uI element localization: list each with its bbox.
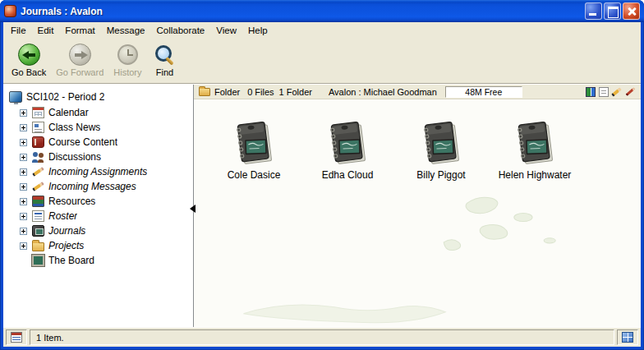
status-message-pane: 1 Item. <box>30 329 614 345</box>
pen-message-icon <box>32 181 44 192</box>
journal-name: Edha Cloud <box>322 169 374 181</box>
expand-icon[interactable] <box>20 168 27 176</box>
files-count: 0 Files <box>247 87 274 97</box>
red-pen-icon[interactable] <box>625 87 635 97</box>
history-icon-wrap <box>117 42 138 67</box>
go-back-button[interactable]: Go Back <box>8 41 49 78</box>
projects-folder-icon <box>32 242 44 251</box>
forward-icon-wrap <box>69 42 91 67</box>
expand-icon[interactable] <box>20 154 27 161</box>
journal-item[interactable]: Cole Dasice <box>210 119 297 181</box>
tree-item-resources[interactable]: Resources <box>3 194 193 209</box>
menu-message[interactable]: Message <box>101 24 151 37</box>
tree-item-incoming-assignments[interactable]: Incoming Assignments <box>3 164 193 179</box>
tree-item-discussions[interactable]: Discussions <box>3 150 193 164</box>
expand-icon[interactable] <box>20 124 27 131</box>
history-button: History <box>110 41 145 78</box>
main-split: SCI102 - Period 2 Calendar Class News <box>3 84 641 327</box>
roster-list-icon <box>32 210 44 222</box>
document-icon[interactable] <box>599 87 609 97</box>
journal-name: Cole Dasice <box>228 169 281 181</box>
people-chat-icon <box>32 151 44 163</box>
expand-icon[interactable] <box>20 109 27 117</box>
back-label: Go Back <box>12 67 46 77</box>
status-window-icon[interactable] <box>622 332 633 343</box>
menu-format[interactable]: Format <box>59 24 100 37</box>
tree-item-roster[interactable]: Roster <box>3 209 193 223</box>
tree-item-label: Discussions <box>48 151 101 163</box>
window-title: Journals : Avalon <box>21 6 103 17</box>
app-icon <box>4 5 16 17</box>
red-book-icon <box>32 136 44 148</box>
expand-icon[interactable] <box>20 183 27 191</box>
back-icon <box>18 44 40 66</box>
menu-view[interactable]: View <box>210 24 242 37</box>
collapse-pane-arrow[interactable] <box>190 205 196 213</box>
book-stack-icon <box>32 196 44 207</box>
tree-item-calendar[interactable]: Calendar <box>3 105 193 120</box>
expand-icon[interactable] <box>20 213 27 220</box>
tree-item-label: Incoming Messages <box>48 181 136 192</box>
tree-item-class-news[interactable]: Class News <box>3 120 193 135</box>
book-icon <box>512 119 558 168</box>
magnifier-icon <box>154 44 177 67</box>
history-clock-icon <box>117 44 138 65</box>
tree-item-label: The Board <box>48 255 94 266</box>
class-monitor-icon <box>9 91 22 103</box>
edit-pencil-icon[interactable] <box>612 87 622 97</box>
tree-item-course-content[interactable]: Course Content <box>3 135 193 150</box>
tree-item-the-board[interactable]: The Board <box>3 253 193 268</box>
toolbar: Go Back Go Forward History Find <box>3 39 641 84</box>
minimize-button[interactable] <box>585 2 602 20</box>
panels-icon[interactable] <box>586 87 596 97</box>
journal-items-row: Cole Dasice <box>194 99 641 181</box>
book-icon <box>231 119 277 168</box>
free-space-indicator: 48M Free <box>445 86 522 98</box>
expand-icon[interactable] <box>20 228 27 235</box>
folder-view: Cole Dasice <box>194 99 641 327</box>
status-bar: 1 Item. <box>3 327 641 347</box>
calendar-icon <box>32 107 44 118</box>
journal-name: Helen Highwater <box>499 169 572 181</box>
client-area: File Edit Format Message Collaborate Vie… <box>3 22 641 347</box>
back-icon-wrap <box>18 42 40 67</box>
go-forward-button: Go Forward <box>53 41 107 78</box>
menu-help[interactable]: Help <box>242 24 274 37</box>
header-tool-icons <box>586 87 637 97</box>
status-item-count: 1 Item. <box>36 333 64 343</box>
menu-edit[interactable]: Edit <box>32 24 60 37</box>
title-bar[interactable]: Journals : Avalon <box>0 0 644 22</box>
menu-file[interactable]: File <box>5 24 32 37</box>
folder-icon <box>199 88 210 96</box>
tree-item-projects[interactable]: Projects <box>3 238 193 253</box>
maximize-button[interactable] <box>604 2 621 20</box>
folders-count: 1 Folder <box>279 87 312 97</box>
tree-item-label: Projects <box>48 240 84 251</box>
tree-item-incoming-messages[interactable]: Incoming Messages <box>3 179 193 194</box>
find-label: Find <box>156 67 173 77</box>
find-button[interactable]: Find <box>149 41 182 78</box>
folder-content-pane: Folder 0 Files 1 Folder Avalon : Michael… <box>194 85 641 327</box>
tree-item-journals[interactable]: Journals <box>3 223 193 238</box>
journal-book-icon <box>32 225 44 237</box>
forward-label: Go Forward <box>56 67 104 77</box>
menu-collaborate[interactable]: Collaborate <box>150 24 210 37</box>
tree-root-label: SCI102 - Period 2 <box>26 91 104 103</box>
journal-item[interactable]: Edha Cloud <box>304 119 391 181</box>
status-left-pane <box>6 329 27 345</box>
pencil-icon <box>32 166 44 177</box>
expand-icon[interactable] <box>20 242 27 250</box>
close-button[interactable] <box>623 2 640 20</box>
journal-item[interactable]: Helen Highwater <box>491 119 578 181</box>
expand-icon[interactable] <box>20 139 27 146</box>
journal-item[interactable]: Billy Piggot <box>398 119 485 181</box>
tree-item-label: Resources <box>48 196 95 207</box>
tree-item-label: Incoming Assignments <box>48 166 147 177</box>
tree-root-class[interactable]: SCI102 - Period 2 <box>3 89 193 105</box>
status-right-pane <box>617 329 638 345</box>
expand-icon[interactable] <box>20 198 27 205</box>
tree-item-label: Calendar <box>48 107 89 118</box>
tree-item-label: Roster <box>48 210 77 222</box>
find-icon-wrap <box>154 42 177 67</box>
status-grid-icon[interactable] <box>11 332 22 343</box>
